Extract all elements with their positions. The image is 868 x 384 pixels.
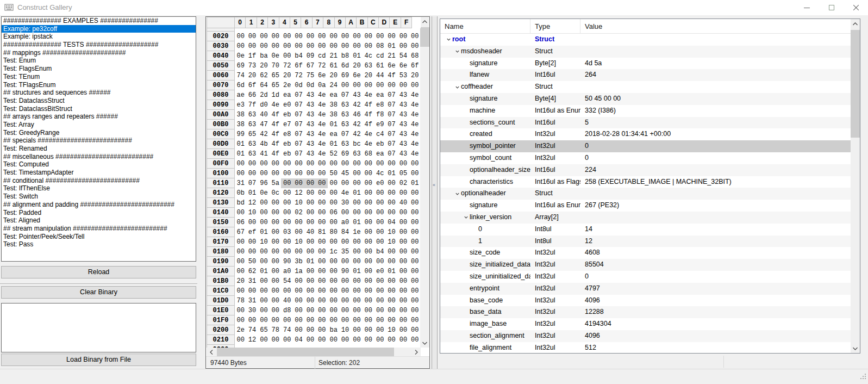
hex-byte-cell[interactable]: 00 xyxy=(363,325,374,335)
hex-byte-cell[interactable]: 00 xyxy=(270,41,281,51)
tree-row[interactable]: coffheaderStruct xyxy=(440,81,860,93)
hex-byte-cell[interactable]: 00 xyxy=(235,208,246,218)
hex-byte-cell[interactable]: 00 xyxy=(351,276,363,286)
maximize-button[interactable] xyxy=(819,0,844,15)
hex-byte-cell[interactable]: 0b xyxy=(235,188,246,198)
hex-byte-cell[interactable]: 42 xyxy=(258,129,270,139)
hex-byte-cell[interactable]: ae xyxy=(235,90,246,100)
hex-byte-cell[interactable]: 4e xyxy=(316,120,328,129)
hex-byte-cell[interactable]: 10 xyxy=(258,237,270,247)
hex-byte-cell[interactable]: 00 xyxy=(339,178,351,188)
hex-byte-cell[interactable]: 4f xyxy=(386,71,397,80)
hex-byte-cell[interactable]: 68 xyxy=(409,51,421,61)
hex-byte-cell[interactable]: 72 xyxy=(281,61,292,71)
hex-byte-cell[interactable]: 00 xyxy=(351,315,363,325)
hex-byte-cell[interactable]: 00 xyxy=(235,41,246,51)
hex-byte-cell[interactable]: 00 xyxy=(293,325,304,335)
hex-byte-cell[interactable]: 44 xyxy=(374,71,385,80)
hex-byte-cell[interactable]: 00 xyxy=(304,315,316,325)
list-item[interactable]: Test: Switch xyxy=(2,193,196,201)
list-item[interactable]: ## conditional #########################… xyxy=(2,177,196,185)
hex-byte-cell[interactable]: 6e xyxy=(386,61,397,71)
hex-byte-cell[interactable]: 6d xyxy=(339,61,351,71)
hex-byte-cell[interactable]: 00 xyxy=(328,198,339,208)
hex-byte-cell[interactable]: 00 xyxy=(386,247,397,257)
hex-byte-cell[interactable]: 00 xyxy=(304,267,316,276)
hex-byte-cell[interactable]: 00 xyxy=(281,169,292,178)
hex-byte-cell[interactable]: 00 xyxy=(258,159,270,169)
hex-byte-cell[interactable]: 4f xyxy=(270,129,281,139)
hex-byte-cell[interactable]: 00 xyxy=(270,276,281,286)
hex-byte-cell[interactable]: 81 xyxy=(316,227,328,237)
hex-byte-cell[interactable]: 43 xyxy=(304,110,316,120)
hex-byte-cell[interactable]: 38 xyxy=(235,120,246,129)
hex-byte-cell[interactable]: 21 xyxy=(386,51,397,61)
hex-byte-cell[interactable]: 63 xyxy=(339,139,351,149)
hex-byte-cell[interactable]: 70 xyxy=(270,61,281,71)
hex-byte-cell[interactable]: 01 xyxy=(409,178,421,188)
hex-byte-cell[interactable]: b4 xyxy=(374,247,385,257)
hex-byte-cell[interactable]: 00 xyxy=(386,188,397,198)
hex-byte-cell[interactable]: 00 xyxy=(351,325,363,335)
hex-byte-cell[interactable]: 63 xyxy=(339,100,351,110)
hex-byte-cell[interactable]: 00 xyxy=(409,188,421,198)
hex-byte-cell[interactable]: 00 xyxy=(316,247,328,257)
hex-byte-cell[interactable]: 4e xyxy=(363,90,374,100)
hex-byte-cell[interactable]: 00 xyxy=(374,208,385,218)
hex-byte-cell[interactable]: 00 xyxy=(316,296,328,306)
hex-byte-cell[interactable]: 20 xyxy=(246,71,258,80)
hex-byte-cell[interactable]: 43 xyxy=(397,149,409,159)
collapse-arrow-icon[interactable]: « xyxy=(433,182,435,188)
hex-byte-cell[interactable]: eb xyxy=(281,149,292,159)
hex-byte-cell[interactable]: 00 xyxy=(246,169,258,178)
hex-byte-cell[interactable]: 00 xyxy=(270,198,281,208)
hex-byte-cell[interactable]: 20 xyxy=(351,61,363,71)
hex-byte-cell[interactable]: 00 xyxy=(328,178,339,188)
tree-row[interactable]: symbol_pointerInt32ul0 xyxy=(440,140,860,152)
hex-byte-cell[interactable]: 61 xyxy=(328,61,339,71)
tree-row[interactable]: rootStruct xyxy=(440,34,860,46)
hex-byte-cell[interactable]: 00 xyxy=(351,296,363,306)
hex-byte-cell[interactable]: ea xyxy=(328,129,339,139)
hex-byte-cell[interactable]: 00 xyxy=(409,257,421,267)
tree-row[interactable]: characteristicsInt16ul as Flags258 (EXEC… xyxy=(440,176,860,188)
hex-byte-cell[interactable]: 45 xyxy=(339,169,351,178)
hex-byte-cell[interactable]: cd xyxy=(316,51,328,61)
hex-byte-cell[interactable]: 07 xyxy=(293,120,304,129)
hex-byte-cell[interactable]: 00 xyxy=(397,276,409,286)
tree-row[interactable]: optionalheaderStruct xyxy=(440,188,860,200)
hex-byte-cell[interactable]: 4f xyxy=(270,149,281,159)
hex-byte-cell[interactable]: 50 xyxy=(246,257,258,267)
hex-byte-cell[interactable]: 00 xyxy=(374,306,385,315)
hex-byte-cell[interactable]: 10 xyxy=(339,325,351,335)
hex-vertical-scrollbar[interactable] xyxy=(420,17,429,348)
hex-byte-cell[interactable]: eb xyxy=(281,110,292,120)
hex-byte-cell[interactable]: 01 xyxy=(258,267,270,276)
list-item[interactable]: Test: DataclassStruct xyxy=(2,97,196,105)
hex-byte-cell[interactable]: 00 xyxy=(328,237,339,247)
hex-byte-cell[interactable]: 00 xyxy=(351,80,363,90)
scroll-down-icon[interactable] xyxy=(851,344,860,353)
hex-byte-cell[interactable]: 00 xyxy=(397,41,409,51)
hex-byte-cell[interactable]: 00 xyxy=(293,218,304,227)
hex-byte-cell[interactable]: 00 xyxy=(304,41,316,51)
hex-byte-cell[interactable]: 63 xyxy=(363,61,374,71)
hex-byte-cell[interactable]: 00 xyxy=(316,237,328,247)
hex-byte-cell[interactable]: 00 xyxy=(397,296,409,306)
hex-byte-cell[interactable]: 00 xyxy=(304,198,316,208)
tree-row[interactable]: createdInt32ul2018-02-28 01:34:41 +00:00 xyxy=(440,128,860,140)
hex-byte-cell[interactable]: 01 xyxy=(351,218,363,227)
hex-byte-cell[interactable]: 4f xyxy=(270,110,281,120)
hex-byte-cell[interactable]: 1d xyxy=(270,90,281,100)
list-item[interactable]: Test: Array xyxy=(2,121,196,129)
hex-byte-cell[interactable]: 01 xyxy=(351,267,363,276)
hex-byte-cell[interactable]: 00 xyxy=(409,325,421,335)
list-item[interactable]: Example: pe32coff xyxy=(2,25,196,33)
hex-byte-cell[interactable]: 01 xyxy=(386,41,397,51)
hex-byte-cell[interactable]: a0 xyxy=(339,218,351,227)
hex-byte-cell[interactable]: 00 xyxy=(258,335,270,345)
hex-byte-cell[interactable]: 00 xyxy=(328,276,339,286)
hex-byte-cell[interactable]: 47 xyxy=(258,120,270,129)
hex-byte-cell[interactable]: 31 xyxy=(235,178,246,188)
hex-byte-cell[interactable]: 63 xyxy=(351,149,363,159)
